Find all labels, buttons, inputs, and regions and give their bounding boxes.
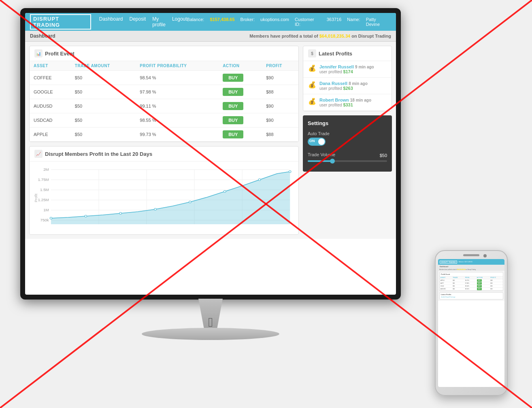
- profit-item: 💰 Dana Russell 8 min ago user profited $…: [303, 78, 392, 94]
- cell-action: BUY: [219, 85, 262, 99]
- imac-container: DISRUPT TRADING Dashboard Deposit My pro…: [20, 8, 417, 380]
- iphone-cell-prob: 99.73%: [464, 279, 476, 282]
- cell-probability: 99.73 %: [136, 128, 219, 142]
- buy-button[interactable]: BUY: [223, 102, 243, 110]
- iphone-table-row: AUPT $50 97.98% BUY $90: [440, 282, 503, 285]
- table-row: GOOGLE $50 97.98 % BUY $88: [30, 85, 298, 99]
- dashboard-profit-amount: $64,018,235.34: [319, 34, 350, 38]
- toggle-knob: [318, 138, 325, 145]
- dashboard-title: Dashboard: [30, 33, 55, 39]
- trade-volume-label: Trade Volume: [308, 152, 335, 157]
- profit-action-text: user profited $174: [319, 69, 387, 74]
- buy-button[interactable]: BUY: [223, 88, 243, 96]
- profit-time: 18 min ago: [350, 98, 371, 102]
- nav-name-value: Patty Devine: [366, 17, 391, 27]
- cell-action: BUY: [219, 113, 262, 128]
- iphone-nav-logo: DISRUPT TRADING: [440, 261, 457, 264]
- scene: DISRUPT TRADING Dashboard Deposit My pro…: [0, 0, 532, 408]
- apple-logo-icon: : [202, 314, 219, 330]
- latest-profits-header: $ Latest Profits: [303, 46, 392, 61]
- svg-point-11: [85, 215, 87, 217]
- cell-probability: 98.55 %: [136, 113, 219, 128]
- chart-section: 📈 Disrupt Members Profit in the Last 20 …: [29, 146, 299, 235]
- profit-action-text: user profited $331: [319, 102, 387, 107]
- cell-profit: $90: [262, 99, 298, 113]
- svg-point-15: [224, 191, 226, 193]
- profit-amount: $263: [343, 86, 353, 91]
- profit-amount: $331: [343, 102, 353, 107]
- iphone-cell-amount: $50: [452, 288, 464, 291]
- profit-user-name: Robert Brown 18 min ago: [319, 98, 387, 102]
- cell-probability: 99.11 %: [136, 99, 219, 113]
- nav-balance-label: Balance:: [187, 17, 204, 27]
- svg-text:Profit: Profit: [34, 193, 38, 202]
- iphone-dash-header: Dashboard: [438, 265, 504, 268]
- iphone-cell-profit: $88: [489, 279, 503, 282]
- nav-link-dashboard[interactable]: Dashboard: [99, 16, 123, 28]
- profit-event-icon: 📊: [34, 49, 43, 57]
- profit-action-text: user profited $263: [319, 86, 387, 91]
- iphone-cell-prob: 98.55%: [464, 288, 476, 291]
- iphone-cell-asset: AUPT: [440, 282, 452, 285]
- settings-title: Settings: [308, 120, 387, 126]
- nav-bar: DISRUPT TRADING Dashboard Deposit My pro…: [25, 13, 396, 31]
- iphone-cell-prob: 98.54%: [464, 285, 476, 288]
- cell-action: BUY: [219, 71, 262, 85]
- iphone-main: Profit Event ASSET TRADE PROB. ACTION PR…: [438, 271, 504, 301]
- profit-user-name: Dana Russell 8 min ago: [319, 81, 387, 86]
- svg-point-13: [154, 208, 156, 210]
- buy-button[interactable]: BUY: [223, 74, 243, 82]
- profit-event-table: ASSET TRADE AMOUNT PROFIT PROBABILITY AC…: [30, 61, 298, 142]
- latest-profits-list: 💰 Jennifer Russell 9 min ago user profit…: [303, 61, 392, 111]
- svg-text:1.75M: 1.75M: [38, 178, 49, 182]
- iphone-buy-button[interactable]: BUY: [477, 288, 482, 290]
- auto-trade-label: Auto Trade: [308, 131, 387, 136]
- nav-links: Dashboard Deposit My profile Logout: [99, 16, 187, 28]
- auto-trade-row: Auto Trade: [308, 131, 387, 147]
- cell-asset: AUDUSD: [30, 99, 71, 113]
- profit-item-info: Robert Brown 18 min ago user profited $3…: [319, 98, 387, 107]
- buy-button[interactable]: BUY: [223, 130, 243, 138]
- iphone-table-row: GOLD $50 98.54% BUY $90: [440, 285, 503, 288]
- iphone-body: DISRUPT TRADING Balance: $157,438.65 Das…: [435, 250, 508, 396]
- dashboard-header: Dashboard Members have profited a total …: [25, 31, 396, 42]
- buy-button[interactable]: BUY: [223, 116, 243, 124]
- nav-link-logout[interactable]: Logout: [172, 16, 187, 28]
- auto-trade-toggle[interactable]: [308, 138, 326, 146]
- nav-link-profile[interactable]: My profile: [152, 16, 166, 28]
- trade-volume-slider[interactable]: [308, 160, 387, 162]
- cell-amount: $50: [71, 71, 136, 85]
- col-profit: PROFIT: [262, 61, 298, 71]
- col-asset: ASSET: [30, 61, 71, 71]
- cell-asset: GOOGLE: [30, 85, 71, 99]
- svg-text:750k: 750k: [40, 218, 49, 222]
- cell-amount: $50: [71, 128, 136, 142]
- latest-profits-icon: $: [308, 49, 316, 57]
- svg-text:2M: 2M: [43, 168, 49, 172]
- profit-event-section: 📊 Profit Event ASSET TRADE AMOUNT PROFIT…: [29, 46, 299, 142]
- chart-header: 📈 Disrupt Members Profit in the Last 20 …: [30, 147, 298, 162]
- trade-volume-row: Trade Volume $50: [308, 152, 387, 162]
- iphone-cell-action: BUY: [476, 282, 490, 285]
- col-trade-amount: TRADE AMOUNT: [71, 61, 136, 71]
- svg-point-14: [189, 201, 191, 203]
- iphone-buy-button[interactable]: BUY: [477, 285, 482, 287]
- imac-screen-bezel: DISRUPT TRADING Dashboard Deposit My pro…: [20, 8, 401, 300]
- left-panel: 📊 Profit Event ASSET TRADE AMOUNT PROFIT…: [29, 46, 299, 235]
- main-content: 📊 Profit Event ASSET TRADE AMOUNT PROFIT…: [25, 42, 396, 239]
- right-panel: $ Latest Profits 💰 Jennifer Russell 9 mi…: [303, 46, 392, 235]
- cell-amount: $50: [71, 113, 136, 128]
- cell-amount: $50: [71, 99, 136, 113]
- iphone-buy-button[interactable]: BUY: [477, 279, 482, 282]
- iphone-cell-asset: APPLE: [440, 279, 452, 282]
- cell-asset: COFFEE: [30, 71, 71, 85]
- imac-screen: DISRUPT TRADING Dashboard Deposit My pro…: [25, 13, 396, 295]
- iphone-buy-button[interactable]: BUY: [477, 282, 482, 285]
- nav-link-deposit[interactable]: Deposit: [130, 16, 146, 28]
- iphone-profit-table: ASSET TRADE PROB. ACTION PROFIT APPLE $5…: [440, 276, 503, 291]
- profit-item-info: Dana Russell 8 min ago user profited $26…: [319, 81, 387, 91]
- slider-fill: [308, 160, 332, 162]
- cell-profit: $88: [262, 85, 298, 99]
- table-row: APPLE $50 99.73 % BUY $88: [30, 128, 298, 142]
- latest-profits-title: Latest Profits: [319, 51, 352, 57]
